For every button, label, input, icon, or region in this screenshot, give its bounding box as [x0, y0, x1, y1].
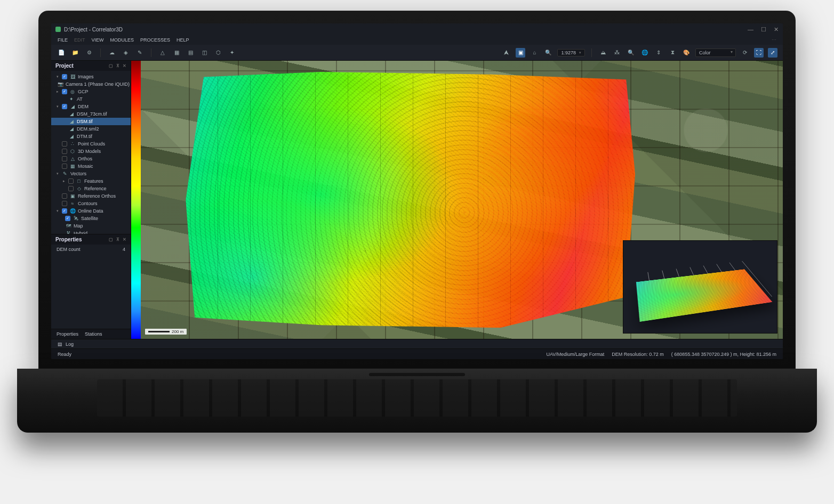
ortho-icon: △: [69, 156, 76, 161]
open-folder-icon[interactable]: 📁: [70, 48, 80, 58]
color-mode-select[interactable]: Color: [695, 48, 736, 57]
tree-reference[interactable]: ◇ Reference: [51, 185, 131, 192]
tree-vectors[interactable]: ▾ ✎ Vectors: [51, 170, 131, 177]
tree-map[interactable]: 🗺 Map: [51, 222, 131, 230]
grid-icon[interactable]: ▦: [172, 48, 181, 58]
tree-gcp[interactable]: ▸ ✓ ◎ GCP: [51, 88, 131, 95]
reference-icon: ◇: [76, 186, 82, 191]
checkbox-icon[interactable]: ✓: [62, 104, 67, 109]
tree-3dmodels[interactable]: ⬡ 3D Models: [51, 148, 131, 155]
tree-features[interactable]: ▸ □ Features: [51, 177, 131, 185]
checkbox-icon[interactable]: [62, 156, 67, 161]
app-window: D:\Project - Correlator3D — ☐ ✕ FILE EDI…: [51, 23, 783, 359]
tree-images[interactable]: ▾ ✓ 🖼 Images: [51, 73, 131, 80]
terrain-icon[interactable]: ⛰: [598, 48, 608, 58]
scale-input[interactable]: 1:9278 ▾: [557, 49, 585, 56]
checkbox-icon[interactable]: ✓: [65, 216, 70, 221]
project-panel-header: Project ▢ ⊼ ✕: [51, 61, 131, 71]
checkbox-icon[interactable]: [68, 186, 74, 191]
panel-pin-icon[interactable]: ⊼: [116, 237, 119, 242]
view-2d-icon[interactable]: ▣: [516, 48, 525, 58]
checkbox-icon[interactable]: [62, 193, 67, 199]
log-icon: ▤: [58, 342, 62, 347]
checkbox-icon[interactable]: ✓: [62, 208, 67, 214]
checkbox-icon[interactable]: [62, 141, 67, 147]
panel-close-icon[interactable]: ✕: [123, 63, 126, 68]
pointcloud-icon: ∴: [69, 141, 76, 147]
checkbox-icon[interactable]: [62, 164, 67, 169]
tree-at[interactable]: ✦ AT: [51, 95, 131, 103]
checkbox-icon[interactable]: [62, 201, 67, 206]
menu-view[interactable]: VIEW: [92, 37, 104, 43]
tab-properties[interactable]: Properties: [57, 331, 78, 337]
status-format: UAV/Medium/Large Format: [546, 352, 604, 357]
tree-satellite[interactable]: ✓ 🛰 Satellite: [51, 215, 131, 222]
refresh-icon[interactable]: ⟳: [740, 48, 750, 58]
close-button[interactable]: ✕: [774, 26, 779, 33]
menu-processes[interactable]: PROCESSES: [140, 37, 170, 43]
properties-header: Properties ▢ ⊼ ✕: [51, 234, 131, 245]
export-up-icon[interactable]: △: [158, 48, 167, 58]
tree-dem[interactable]: ▾ ✓ ◢ DEM: [51, 103, 131, 110]
zoom-icon[interactable]: 🔍: [543, 48, 553, 58]
tree-onlinedata[interactable]: ▾ ✓ 🌐 Online Data: [51, 207, 131, 215]
layers-icon[interactable]: ◫: [199, 48, 209, 58]
checkbox-icon[interactable]: [68, 178, 74, 184]
menu-overflow-icon[interactable]: ⋯: [772, 37, 776, 43]
color-mode-value: Color: [699, 50, 711, 55]
menu-modules[interactable]: MODULES: [110, 37, 134, 43]
tools-icon[interactable]: ✦: [227, 48, 237, 58]
tree-dtm[interactable]: ◢ DTM.tif: [51, 133, 131, 140]
globe-icon[interactable]: 🌐: [640, 48, 649, 58]
maximize-button[interactable]: ☐: [761, 26, 766, 33]
ortho-icon: ▣: [69, 193, 76, 199]
expand-icon[interactable]: ⛶: [754, 48, 764, 58]
tiles-icon[interactable]: ▤: [186, 48, 195, 58]
palette-icon[interactable]: 🎨: [681, 48, 691, 58]
menu-file[interactable]: FILE: [58, 37, 68, 43]
tree-camera[interactable]: 📷 Camera 1 (Phase One iQUID): [51, 80, 131, 88]
edit-pen-icon[interactable]: ✎: [135, 48, 145, 58]
fullscreen-icon[interactable]: ⤢: [768, 48, 777, 58]
tree-pointclouds[interactable]: ∴ Point Clouds: [51, 140, 131, 148]
app-icon: [55, 27, 61, 32]
cloud-upload-icon[interactable]: ☁: [107, 48, 117, 58]
tab-stations[interactable]: Stations: [85, 331, 102, 337]
panel-dock-icon[interactable]: ▢: [109, 237, 113, 242]
home-icon[interactable]: ⌂: [530, 48, 539, 58]
settings-gear-icon[interactable]: ⚙: [84, 48, 94, 58]
tree-hybrid[interactable]: ⛕ Hybrid: [51, 230, 131, 234]
log-bar[interactable]: ▤ Log: [51, 339, 783, 348]
new-project-icon[interactable]: 📄: [57, 48, 66, 58]
tree-mosaic[interactable]: ▦ Mosaic: [51, 162, 131, 170]
hourglass-icon[interactable]: ⧗: [668, 48, 677, 58]
north-arrow-icon[interactable]: ⮝: [502, 48, 511, 58]
process-icon[interactable]: ◈: [121, 48, 131, 58]
raster-icon: ◢: [68, 111, 75, 117]
map-viewport[interactable]: 200 m: [141, 61, 783, 339]
points-icon[interactable]: ⁂: [612, 48, 622, 58]
panel-close-icon[interactable]: ✕: [123, 237, 126, 242]
checkbox-icon[interactable]: ✓: [62, 74, 67, 79]
raster-icon: ◢: [68, 119, 75, 124]
cube-icon[interactable]: ⬡: [213, 48, 223, 58]
checkbox-icon[interactable]: [62, 149, 67, 154]
tree-orthos[interactable]: △ Orthos: [51, 155, 131, 162]
checkbox-icon[interactable]: ✓: [62, 89, 67, 94]
panel-pin-icon[interactable]: ⊼: [116, 63, 119, 68]
inset-3d-view[interactable]: [623, 240, 777, 334]
window-title: D:\Project - Correlator3D: [64, 27, 123, 32]
panel-dock-icon[interactable]: ▢: [109, 63, 113, 68]
project-tree[interactable]: ▾ ✓ 🖼 Images 📷 Camera 1 (Phase One iQUID…: [51, 71, 131, 234]
magnify-icon[interactable]: 🔍: [626, 48, 636, 58]
menu-help[interactable]: HELP: [177, 37, 189, 43]
tree-contours[interactable]: ≈ Contours: [51, 200, 131, 207]
minimize-button[interactable]: —: [748, 26, 753, 33]
tree-demsml[interactable]: ◢ DEM.sml2: [51, 125, 131, 133]
tree-dsm73[interactable]: ◢ DSM_73cm.tif: [51, 110, 131, 118]
menu-edit[interactable]: EDIT: [74, 37, 85, 43]
tree-dsmtif[interactable]: ◢ DSM.tif: [51, 118, 131, 125]
laptop-bezel: D:\Project - Correlator3D — ☐ ✕ FILE EDI…: [38, 11, 796, 369]
stretch-icon[interactable]: ⇕: [654, 48, 663, 58]
tree-reforthos[interactable]: ▣ Reference Orthos: [51, 192, 131, 200]
